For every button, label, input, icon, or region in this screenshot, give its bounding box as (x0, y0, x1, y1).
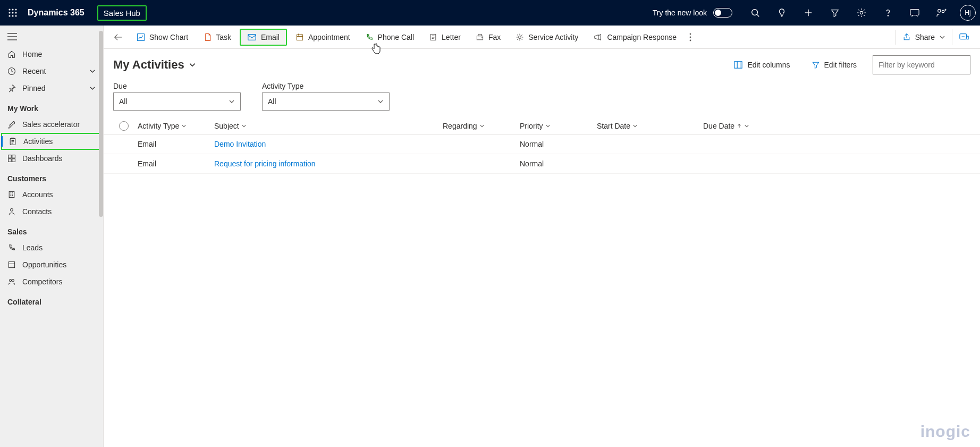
email-icon (247, 33, 257, 41)
column-due-date[interactable]: Due Date (703, 122, 809, 130)
column-subject[interactable]: Subject (214, 122, 443, 130)
sidebar-scrollbar[interactable] (99, 31, 103, 442)
phone-icon (365, 33, 374, 41)
sidebar-item-sales-accelerator[interactable]: Sales accelerator (0, 116, 103, 133)
table-row[interactable]: Email Demo Invitation Normal (104, 134, 980, 154)
select-all[interactable] (113, 121, 134, 131)
copilot-button[interactable] (952, 29, 976, 45)
due-filter-select[interactable]: All (113, 92, 241, 111)
sidebar-item-contacts[interactable]: Contacts (0, 203, 103, 220)
chevron-down-icon (189, 61, 196, 69)
command-bar: Show Chart Task Email Appointment Phone … (104, 26, 980, 49)
edit-columns-label: Edit columns (747, 61, 790, 69)
svg-point-0 (9, 9, 10, 10)
phone-icon (7, 243, 16, 252)
sidebar-section-customers: Customers (0, 167, 103, 186)
edit-columns-button[interactable]: Edit columns (728, 57, 795, 72)
sidebar-item-home[interactable]: Home (0, 46, 103, 63)
sidebar-item-opportunities[interactable]: Opportunities (0, 256, 103, 273)
search-input[interactable] (873, 55, 970, 74)
chevron-down-icon (632, 123, 638, 129)
type-filter-value: All (268, 97, 276, 106)
help-icon[interactable] (876, 0, 900, 26)
sidebar-item-label: Home (22, 50, 42, 58)
letter-icon (429, 33, 437, 41)
cmd-label: Fax (488, 33, 501, 41)
svg-point-44 (690, 33, 691, 35)
svg-point-1 (12, 9, 13, 10)
more-commands-button[interactable] (685, 30, 696, 45)
sidebar-item-competitors[interactable]: Competitors (0, 273, 103, 290)
search-icon[interactable] (743, 0, 767, 26)
svg-point-7 (12, 15, 13, 16)
cell-subject-link[interactable]: Demo Invitation (214, 140, 443, 148)
view-title-dropdown[interactable]: My Activities (113, 58, 196, 72)
dashboard-icon (7, 154, 16, 163)
due-filter-label: Due (113, 82, 241, 90)
svg-point-46 (690, 39, 691, 41)
sidebar-item-label: Activities (23, 137, 53, 146)
share-icon (902, 33, 911, 41)
sidebar-section-mywork: My Work (0, 97, 103, 116)
avatar[interactable]: Hj (960, 5, 976, 21)
people-icon (7, 277, 16, 286)
filter-icon (812, 61, 820, 69)
sidebar-item-label: Contacts (22, 207, 52, 216)
chevron-down-icon (377, 98, 384, 105)
svg-point-45 (690, 36, 691, 38)
chevron-down-icon (89, 85, 96, 91)
cell-subject-link[interactable]: Request for pricing information (214, 159, 443, 168)
chart-icon (137, 33, 145, 41)
edit-filters-button[interactable]: Edit filters (806, 57, 862, 72)
svg-rect-17 (910, 10, 919, 15)
calendar-icon (295, 33, 304, 41)
column-regarding[interactable]: Regarding (443, 122, 520, 130)
sidebar-item-activities[interactable]: Activities (1, 133, 102, 150)
filter-icon[interactable] (823, 0, 847, 26)
campaign-response-button[interactable]: Campaign Response (587, 30, 683, 45)
sidebar-item-pinned[interactable]: Pinned (0, 80, 103, 97)
assistant-icon[interactable] (902, 0, 927, 26)
show-chart-button[interactable]: Show Chart (130, 30, 195, 45)
try-new-look-toggle[interactable] (713, 8, 732, 18)
appointment-button[interactable]: Appointment (289, 30, 357, 45)
svg-point-32 (11, 208, 13, 211)
letter-button[interactable]: Letter (423, 30, 467, 45)
gear-icon[interactable] (849, 0, 874, 26)
back-button[interactable] (108, 30, 128, 45)
service-activity-button[interactable]: Service Activity (509, 30, 585, 45)
svg-rect-28 (12, 155, 15, 158)
svg-point-19 (942, 10, 944, 13)
sidebar-item-label: Sales accelerator (22, 120, 80, 129)
fax-button[interactable]: Fax (469, 30, 507, 45)
add-icon[interactable] (796, 0, 821, 26)
chevron-down-icon (89, 68, 96, 74)
cmd-label: Share (915, 33, 935, 41)
sidebar-item-accounts[interactable]: Accounts (0, 186, 103, 203)
people-icon[interactable] (929, 0, 953, 26)
table-row[interactable]: Email Request for pricing information No… (104, 154, 980, 174)
app-name[interactable]: Sales Hub (97, 5, 147, 21)
column-priority[interactable]: Priority (520, 122, 597, 130)
cell-priority: Normal (520, 140, 597, 148)
column-start-date[interactable]: Start Date (597, 122, 703, 130)
column-activity-type[interactable]: Activity Type (134, 122, 214, 130)
lightbulb-icon[interactable] (770, 0, 794, 26)
phone-call-button[interactable]: Phone Call (359, 30, 421, 45)
clock-icon (7, 67, 16, 75)
svg-rect-30 (12, 159, 15, 162)
sidebar-item-leads[interactable]: Leads (0, 239, 103, 256)
svg-point-9 (752, 10, 758, 15)
type-filter-select[interactable]: All (262, 92, 390, 111)
email-button[interactable]: Email (240, 29, 287, 46)
share-button[interactable]: Share (895, 30, 952, 45)
sidebar-item-dashboards[interactable]: Dashboards (0, 150, 103, 167)
columns-icon (733, 61, 743, 69)
rocket-icon (7, 120, 16, 129)
svg-point-42 (481, 37, 482, 37)
sidebar-item-recent[interactable]: Recent (0, 63, 103, 80)
chevron-down-icon (479, 123, 485, 129)
hamburger-icon[interactable] (0, 28, 103, 46)
app-launcher-icon[interactable] (4, 4, 21, 21)
task-button[interactable]: Task (197, 30, 238, 45)
